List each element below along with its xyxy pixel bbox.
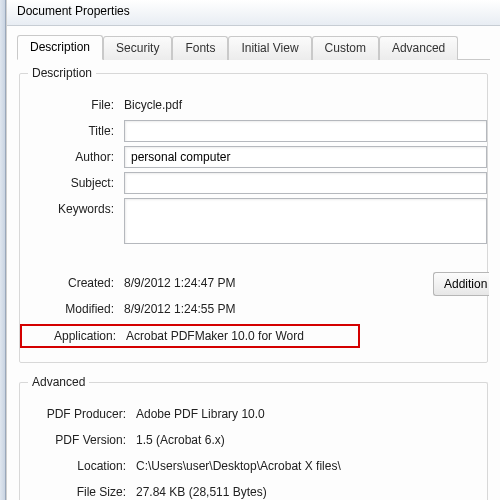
tab-advanced[interactable]: Advanced	[379, 36, 458, 60]
label-application: Application:	[26, 329, 126, 343]
tab-custom[interactable]: Custom	[312, 36, 379, 60]
label-filesize: File Size:	[20, 485, 136, 499]
row-author: Author:	[20, 146, 487, 168]
row-version: PDF Version: 1.5 (Acrobat 6.x)	[20, 429, 487, 451]
row-file: File: Bicycle.pdf	[20, 94, 487, 116]
value-application: Acrobat PDFMaker 10.0 for Word	[126, 329, 354, 343]
label-location: Location:	[20, 459, 136, 473]
keywords-field[interactable]	[124, 198, 487, 244]
window-title: Document Properties	[17, 4, 130, 18]
row-title: Title:	[20, 120, 487, 142]
label-keywords: Keywords:	[20, 198, 124, 216]
author-field[interactable]	[124, 146, 487, 168]
label-producer: PDF Producer:	[20, 407, 136, 421]
row-filesize: File Size: 27.84 KB (28,511 Bytes)	[20, 481, 487, 500]
tab-security[interactable]: Security	[103, 36, 172, 60]
row-application: Application: Acrobat PDFMaker 10.0 for W…	[20, 324, 487, 348]
tab-panel-description: Description File: Bicycle.pdf Title: Aut…	[7, 60, 500, 500]
description-legend: Description	[28, 66, 96, 80]
row-keywords: Keywords:	[20, 198, 487, 244]
advanced-group: Advanced PDF Producer: Adobe PDF Library…	[19, 375, 488, 500]
label-created: Created:	[20, 276, 124, 290]
document-properties-window: Document Properties Description Security…	[6, 0, 500, 500]
value-file: Bicycle.pdf	[124, 98, 487, 112]
label-modified: Modified:	[20, 302, 124, 316]
tab-description[interactable]: Description	[17, 35, 103, 60]
value-modified: 8/9/2012 1:24:55 PM	[124, 302, 487, 316]
label-subject: Subject:	[20, 176, 124, 190]
description-group: Description File: Bicycle.pdf Title: Aut…	[19, 66, 488, 363]
tab-strip: Description Security Fonts Initial View …	[17, 34, 490, 60]
label-title: Title:	[20, 124, 124, 138]
row-modified: Modified: 8/9/2012 1:24:55 PM	[20, 298, 487, 320]
value-producer: Adobe PDF Library 10.0	[136, 407, 487, 421]
titlebar: Document Properties	[7, 0, 500, 26]
value-filesize: 27.84 KB (28,511 Bytes)	[136, 485, 487, 499]
row-producer: PDF Producer: Adobe PDF Library 10.0	[20, 403, 487, 425]
additional-metadata-button[interactable]: Addition	[433, 272, 489, 296]
advanced-legend: Advanced	[28, 375, 89, 389]
value-location: C:\Users\user\Desktop\Acrobat X files\	[136, 459, 487, 473]
value-version: 1.5 (Acrobat 6.x)	[136, 433, 487, 447]
label-file: File:	[20, 98, 124, 112]
tab-fonts[interactable]: Fonts	[172, 36, 228, 60]
row-location: Location: C:\Users\user\Desktop\Acrobat …	[20, 455, 487, 477]
application-highlight: Application: Acrobat PDFMaker 10.0 for W…	[20, 324, 360, 348]
tab-initial-view[interactable]: Initial View	[228, 36, 311, 60]
subject-field[interactable]	[124, 172, 487, 194]
label-version: PDF Version:	[20, 433, 136, 447]
row-subject: Subject:	[20, 172, 487, 194]
label-author: Author:	[20, 150, 124, 164]
title-field[interactable]	[124, 120, 487, 142]
row-created: Created: 8/9/2012 1:24:47 PM	[20, 272, 487, 294]
